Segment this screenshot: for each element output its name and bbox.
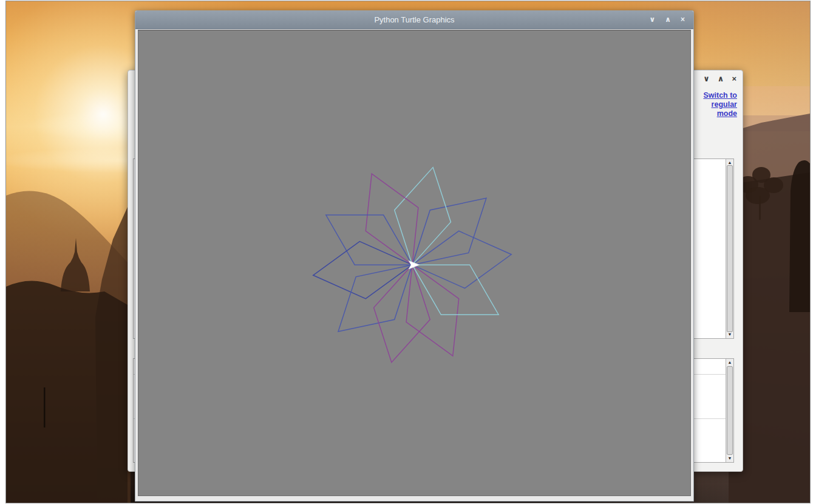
minimize-icon[interactable]: ∨ bbox=[703, 74, 710, 84]
editor-scrollbar[interactable]: ▲ ▼ bbox=[726, 159, 733, 338]
maximize-icon[interactable]: ∧ bbox=[718, 74, 724, 84]
switch-to-regular-mode-link[interactable]: Switch to regular mode bbox=[697, 91, 737, 118]
turtle-petal bbox=[345, 162, 438, 277]
maximize-icon[interactable]: ∧ bbox=[665, 15, 671, 24]
ide-titlebar-controls: ∨ ∧ × bbox=[703, 74, 736, 84]
scroll-down-icon[interactable]: ▼ bbox=[726, 332, 733, 338]
turtle-petal bbox=[364, 259, 441, 368]
turtle-petal bbox=[384, 162, 461, 271]
close-icon[interactable]: × bbox=[681, 15, 685, 24]
turtle-titlebar-controls: ∨ ∧ × bbox=[649, 15, 685, 24]
turtle-titlebar[interactable]: Python Turtle Graphics ∨ ∧ × bbox=[135, 11, 693, 29]
turtle-petal bbox=[310, 236, 415, 304]
window-title: Python Turtle Graphics bbox=[135, 15, 693, 24]
turtle-petal bbox=[386, 253, 479, 368]
shell-scrollbar[interactable]: ▲ ▼ bbox=[726, 359, 733, 462]
pole-silhouette bbox=[44, 387, 46, 427]
scroll-up-icon[interactable]: ▲ bbox=[726, 359, 733, 366]
turtle-graphics-window: Python Turtle Graphics ∨ ∧ × bbox=[135, 10, 694, 502]
rock-tower-silhouette bbox=[789, 160, 810, 312]
turtle-canvas bbox=[138, 30, 691, 496]
shell-scrollbar-thumb[interactable] bbox=[727, 366, 733, 455]
editor-scrollbar-thumb[interactable] bbox=[727, 165, 733, 332]
screen: ∨ ∧ × Switch to regular mode ▲ ▼ ▲ ▼ Pyt… bbox=[5, 1, 811, 503]
scroll-down-icon[interactable]: ▼ bbox=[726, 455, 733, 461]
minimize-icon[interactable]: ∨ bbox=[649, 15, 655, 24]
close-icon[interactable]: × bbox=[732, 74, 736, 84]
left-foreground-silhouette bbox=[6, 281, 127, 503]
turtle-petal bbox=[409, 226, 514, 293]
turtle-drawing bbox=[138, 30, 690, 495]
